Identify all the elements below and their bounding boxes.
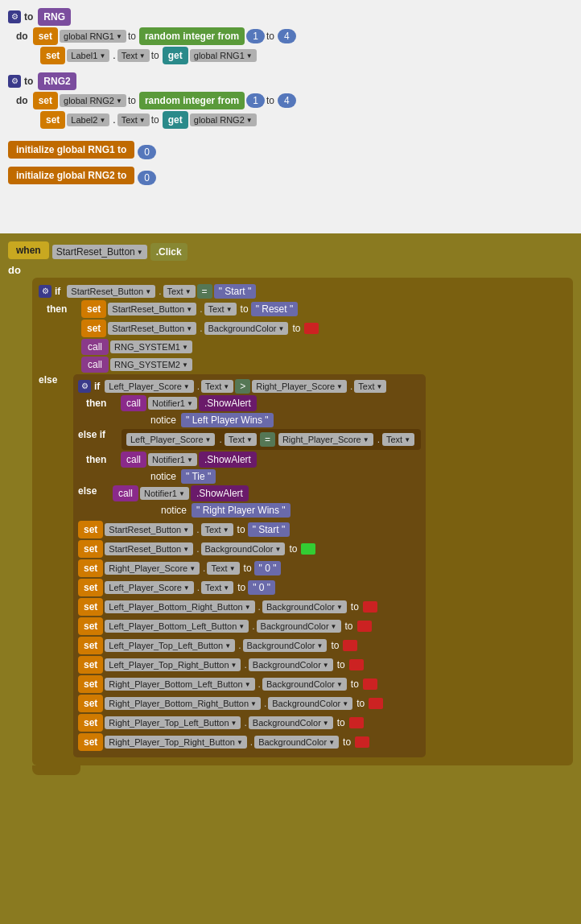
bg-color-prop-dropdown[interactable]: BackgroundColor ▼ [204, 322, 289, 335]
set-rbr-bgcolor[interactable]: set [78, 695, 103, 712]
left-score-eq-dropdown[interactable]: Left_Player_Score ▼ [126, 433, 215, 446]
left-score-text-dropdown[interactable]: Text ▼ [201, 380, 233, 393]
eq-operator[interactable]: = [197, 284, 212, 299]
rng2-name-block[interactable]: RNG2 [38, 72, 76, 90]
set-rtr-bgcolor[interactable]: set [78, 733, 103, 751]
start-reset-btn-dropdown[interactable]: StartReset_Button ▼ [67, 285, 155, 298]
gt-operator[interactable]: > [235, 379, 250, 394]
set-label1-block[interactable]: set [40, 47, 65, 64]
set-rng2-block[interactable]: set [33, 92, 58, 109]
text-dropdown[interactable]: Text ▼ [204, 303, 237, 316]
right-score-dropdown[interactable]: Right_Player_Score ▼ [252, 380, 347, 393]
lbl-btn-dropdown[interactable]: Left_Player_Bottom_Left_Button ▼ [105, 620, 249, 633]
set-text-reset[interactable]: set [81, 300, 106, 318]
right-score-text-set[interactable]: Text ▼ [207, 562, 239, 575]
set-lbl-bgcolor[interactable]: set [78, 617, 103, 635]
red-swatch-rbr[interactable] [369, 698, 383, 709]
set-label2-block[interactable]: set [40, 111, 65, 129]
global-rng2-dropdown[interactable]: global RNG2 ▼ [60, 94, 126, 107]
rbr-btn-dropdown[interactable]: Right_Player_Bottom_Right_Button ▼ [105, 697, 261, 710]
set-bg-green-block[interactable]: set [78, 540, 103, 558]
right-score-eq-dropdown[interactable]: Right_Player_Score ▼ [278, 433, 373, 446]
random-integer-block[interactable]: random integer from [139, 27, 245, 45]
left-score-dropdown[interactable]: Left_Player_Score ▼ [105, 380, 193, 393]
button-name-dropdown[interactable]: StartReset_Button ▼ [52, 245, 147, 259]
start-string-block[interactable]: " Start " [214, 284, 257, 299]
ltl-bgcolor-dropdown[interactable]: BackgroundColor ▼ [243, 639, 328, 652]
red-swatch-lbr[interactable] [363, 601, 377, 613]
left-wins-string[interactable]: " Left Player Wins " [181, 413, 274, 427]
label1-dropdown[interactable]: Label1 ▼ [67, 49, 109, 62]
to-number-4[interactable]: 4 [278, 29, 296, 43]
show-alert-left[interactable]: .ShowAlert [199, 395, 257, 411]
set-left-score-text[interactable]: set [78, 579, 103, 596]
red-swatch-rtl[interactable] [349, 717, 364, 728]
notifier1-call-left[interactable]: call [121, 395, 146, 411]
rtr-bgcolor-dropdown[interactable]: BackgroundColor ▼ [254, 736, 339, 749]
set-ltl-bgcolor[interactable]: set [78, 637, 103, 654]
init-rng2-block[interactable]: initialize global RNG2 to [8, 167, 134, 184]
btn-bgcolor-dropdown[interactable]: StartReset_Button ▼ [108, 322, 196, 335]
get-rng2-block[interactable]: get [163, 111, 188, 129]
red-color-swatch[interactable] [304, 323, 319, 334]
to-number-4-rng2[interactable]: 4 [278, 93, 296, 108]
text-prop-dropdown-rng1[interactable]: Text ▼ [117, 49, 150, 62]
red-swatch-ltr[interactable] [349, 659, 364, 670]
notifier1-dropdown-left[interactable]: Notifier1 ▼ [148, 397, 197, 410]
ltr-btn-dropdown[interactable]: Left_Player_Top_Right_Button ▼ [105, 658, 241, 671]
rbl-bgcolor-dropdown[interactable]: BackgroundColor ▼ [262, 678, 347, 691]
red-swatch-ltl[interactable] [343, 640, 357, 651]
reset-string[interactable]: " Reset " [251, 302, 299, 316]
lbr-bgcolor-dropdown[interactable]: BackgroundColor ▼ [262, 600, 347, 613]
left-score-set-dropdown[interactable]: Left_Player_Score ▼ [105, 581, 193, 594]
text-prop-dropdown-rng2[interactable]: Text ▼ [117, 113, 150, 126]
set-rng1-block[interactable]: set [33, 27, 58, 45]
set-lbr-bgcolor[interactable]: set [78, 598, 103, 616]
set-rbl-bgcolor[interactable]: set [78, 675, 103, 693]
rng-system1-dropdown[interactable]: RNG_SYSTEM1 ▼ [110, 340, 192, 353]
notifier1-call-tie[interactable]: call [121, 452, 146, 468]
ltl-btn-dropdown[interactable]: Left_Player_Top_Left_Button ▼ [105, 639, 235, 652]
init-rng1-value[interactable]: 0 [138, 145, 156, 159]
label2-dropdown[interactable]: Label2 ▼ [67, 113, 109, 126]
rng1-name-block[interactable]: RNG [38, 8, 71, 26]
ltr-bgcolor-dropdown[interactable]: BackgroundColor ▼ [249, 658, 333, 671]
btn-bg-green-dropdown[interactable]: StartReset_Button ▼ [105, 542, 193, 555]
eq-operator-tie[interactable]: = [260, 432, 275, 447]
right-score-text-dropdown[interactable]: Text ▼ [354, 380, 386, 393]
red-swatch-rtr[interactable] [355, 736, 369, 748]
set-bgcolor-red[interactable]: set [81, 320, 106, 337]
from-number-1-rng2[interactable]: 1 [246, 93, 265, 108]
set-start-text[interactable]: set [78, 521, 103, 538]
start-string-2[interactable]: " Start " [248, 522, 290, 537]
left-score-eq-text[interactable]: Text ▼ [225, 433, 257, 446]
text-prop-if-dropdown[interactable]: Text ▼ [163, 285, 196, 298]
rtr-btn-dropdown[interactable]: Right_Player_Top_Right_Button ▼ [105, 736, 246, 749]
rbr-bgcolor-dropdown[interactable]: BackgroundColor ▼ [268, 697, 352, 710]
notifier1-dropdown-right[interactable]: Notifier1 ▼ [140, 487, 189, 500]
lbl-bgcolor-dropdown[interactable]: BackgroundColor ▼ [257, 620, 341, 633]
notifier1-call-right[interactable]: call [113, 485, 138, 501]
init-rng2-value[interactable]: 0 [138, 171, 156, 185]
red-swatch-rbl[interactable] [363, 679, 377, 690]
set-ltr-bgcolor[interactable]: set [78, 656, 103, 674]
text-set-start-dropdown[interactable]: Text ▼ [201, 523, 233, 536]
left-score-text-set[interactable]: Text ▼ [201, 581, 233, 594]
red-swatch-lbl[interactable] [357, 621, 372, 632]
rtl-btn-dropdown[interactable]: Right_Player_Top_Left_Button ▼ [105, 716, 241, 729]
show-alert-tie[interactable]: .ShowAlert [199, 452, 257, 468]
rtl-bgcolor-dropdown[interactable]: BackgroundColor ▼ [249, 716, 333, 729]
right-wins-string[interactable]: " Right Player Wins " [192, 503, 290, 518]
right-score-eq-text[interactable]: Text ▼ [382, 433, 414, 446]
get-global-rng2-dropdown[interactable]: global RNG2 ▼ [190, 113, 257, 126]
rbl-btn-dropdown[interactable]: Right_Player_Bottom_Left_Button ▼ [105, 678, 254, 691]
init-rng1-block[interactable]: initialize global RNG1 to [8, 141, 134, 159]
from-number-1[interactable]: 1 [246, 29, 265, 43]
rng-system2-dropdown[interactable]: RNG_SYSTEM2 ▼ [110, 358, 192, 371]
notifier1-dropdown-tie[interactable]: Notifier1 ▼ [148, 453, 197, 466]
get-global-rng1-dropdown[interactable]: global RNG1 ▼ [190, 49, 257, 62]
when-block[interactable]: when [8, 241, 49, 259]
set-right-score-text[interactable]: set [78, 559, 103, 577]
btn-text-dropdown[interactable]: StartReset_Button ▼ [108, 303, 196, 316]
random-integer-block-2[interactable]: random integer from [139, 92, 245, 109]
